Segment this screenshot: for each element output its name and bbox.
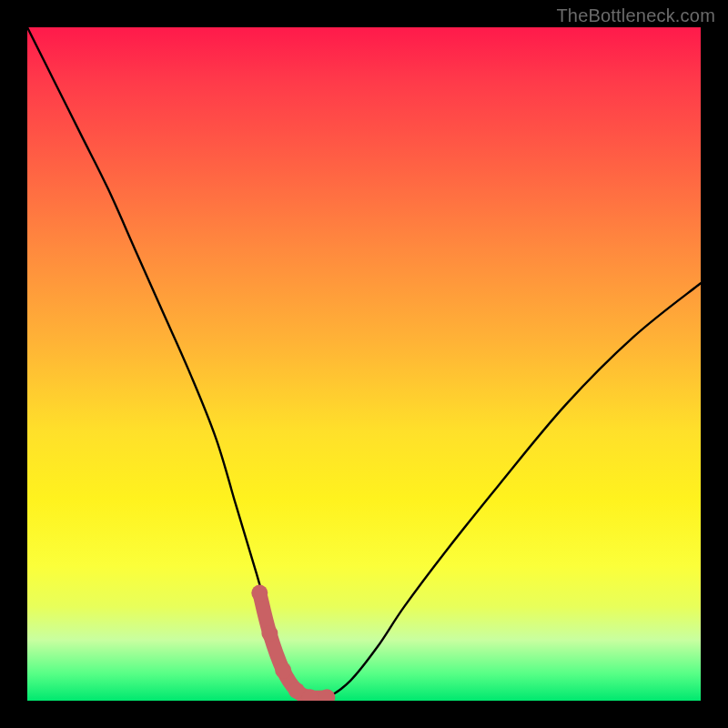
- highlight-region: [251, 585, 335, 701]
- highlight-dot: [275, 662, 291, 679]
- chart-frame: TheBottleneck.com: [0, 0, 728, 728]
- bottleneck-curve: [27, 27, 701, 699]
- highlight-dot: [261, 625, 278, 642]
- watermark-text: TheBottleneck.com: [556, 5, 715, 26]
- chart-svg: [27, 27, 701, 701]
- chart-plot-area: [27, 27, 701, 701]
- highlight-dot: [251, 585, 268, 602]
